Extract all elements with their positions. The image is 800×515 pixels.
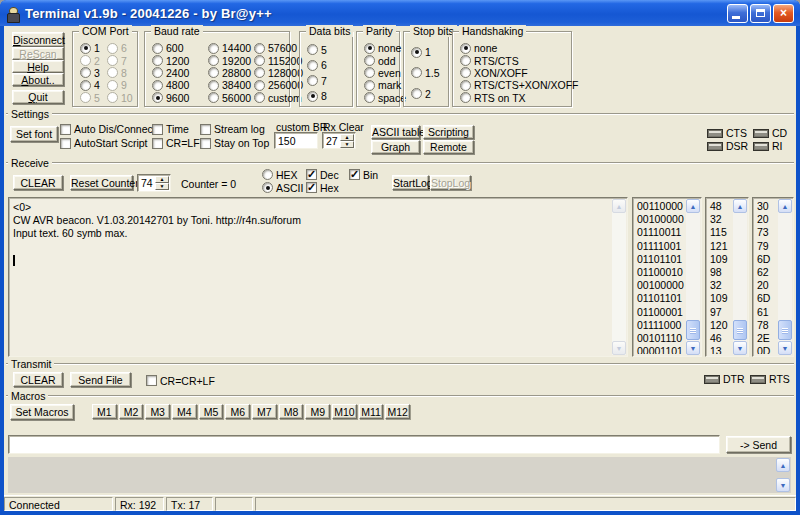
scroll-up-icon[interactable]: ▲ bbox=[778, 199, 792, 213]
parity-radio-none[interactable]: none bbox=[364, 42, 406, 54]
scroll-down-icon[interactable]: ▼ bbox=[686, 341, 700, 355]
send-button[interactable]: -> Send bbox=[726, 436, 791, 453]
hex-listbox[interactable]: 302073796D62206D61782E0D ▲ ▼ bbox=[752, 197, 794, 357]
parity-radio-mark[interactable]: mark bbox=[364, 79, 406, 91]
list-item[interactable]: 6D bbox=[754, 253, 777, 266]
list-item[interactable]: 01111001 bbox=[634, 240, 685, 253]
handshaking-radio-none[interactable]: none bbox=[460, 42, 579, 54]
macro-button-m3[interactable]: M3 bbox=[145, 404, 170, 419]
macro-button-m9[interactable]: M9 bbox=[305, 404, 330, 419]
baud-radio-14400[interactable]: 14400 bbox=[208, 42, 254, 54]
baud-radio-38400[interactable]: 38400 bbox=[208, 79, 254, 91]
macro-button-m12[interactable]: M12 bbox=[385, 404, 410, 419]
disconnect-button[interactable]: Disconnect bbox=[12, 32, 64, 47]
scroll-up-icon[interactable]: ▲ bbox=[612, 199, 626, 213]
settings-checkbox-stay-on-top[interactable]: Stay on Top bbox=[200, 136, 269, 150]
hex-scrollbar[interactable]: ▲ ▼ bbox=[778, 199, 792, 355]
handshaking-radio-rts-on-tx[interactable]: RTS on TX bbox=[460, 92, 579, 104]
list-item[interactable]: 00001101 bbox=[634, 345, 685, 354]
parity-radio-even[interactable]: even bbox=[364, 67, 406, 79]
macro-button-m1[interactable]: M1 bbox=[92, 404, 117, 419]
receive-checkbox-hex[interactable]: Hex bbox=[306, 181, 339, 194]
list-item[interactable]: 01110011 bbox=[634, 226, 685, 239]
settings-checkbox-autostart-script[interactable]: AutoStart Script bbox=[60, 136, 156, 150]
log-scrollbar[interactable]: ▲ ▼ bbox=[776, 458, 790, 492]
macro-button-m6[interactable]: M6 bbox=[225, 404, 250, 419]
list-item[interactable]: 0D bbox=[754, 345, 777, 354]
scroll-up-icon[interactable]: ▲ bbox=[733, 199, 747, 213]
baud-radio-1200[interactable]: 1200 bbox=[152, 54, 208, 66]
list-item[interactable]: 32 bbox=[707, 213, 732, 226]
custom-br-field[interactable]: 150 bbox=[274, 132, 318, 149]
list-item[interactable]: 01100001 bbox=[634, 306, 685, 319]
set-font-button[interactable]: Set font bbox=[10, 126, 58, 142]
scroll-down-icon[interactable]: ▼ bbox=[778, 341, 792, 355]
transmit-checkbox-cr-cr-lf[interactable]: CR=CR+LF bbox=[146, 374, 215, 387]
com-port-radio-3[interactable]: 3 bbox=[80, 67, 107, 79]
macro-button-m5[interactable]: M5 bbox=[199, 404, 224, 419]
receive-checkbox-dec[interactable]: Dec bbox=[306, 168, 339, 181]
help-button[interactable]: Help bbox=[12, 60, 64, 73]
minimize-button[interactable] bbox=[727, 4, 748, 23]
handshaking-radio-xon-xoff[interactable]: XON/XOFF bbox=[460, 67, 579, 79]
receive-terminal[interactable]: <0>CW AVR beacon. V1.03.20142701 by Toni… bbox=[8, 197, 628, 357]
com-port-radio-1[interactable]: 1 bbox=[80, 42, 107, 54]
send-file-button[interactable]: Send File bbox=[70, 372, 131, 387]
receive-mode-radio-hex[interactable]: HEX bbox=[262, 168, 303, 181]
list-item[interactable]: 01101101 bbox=[634, 253, 685, 266]
list-item[interactable]: 79 bbox=[754, 240, 777, 253]
data-bits-radio-8[interactable]: 8 bbox=[307, 89, 350, 105]
settings-checkbox-auto-dis-connect[interactable]: Auto Dis/Connect bbox=[60, 122, 156, 136]
close-button[interactable]: × bbox=[773, 4, 794, 23]
baud-radio-custom[interactable]: custom bbox=[254, 92, 303, 104]
macro-button-m10[interactable]: M10 bbox=[332, 404, 357, 419]
receive-count-spinner[interactable]: 74 ▲▼ bbox=[137, 174, 171, 192]
baud-radio-2400[interactable]: 2400 bbox=[152, 67, 208, 79]
macro-button-m7[interactable]: M7 bbox=[252, 404, 277, 419]
decimal-listbox[interactable]: 48321151211099832109971204613 ▲ ▼ bbox=[705, 197, 749, 357]
list-item[interactable]: 30 bbox=[754, 200, 777, 213]
list-item[interactable]: 115 bbox=[707, 226, 732, 239]
scroll-down-icon[interactable]: ▼ bbox=[612, 341, 626, 355]
quit-button[interactable]: Quit bbox=[12, 90, 64, 104]
list-item[interactable]: 78 bbox=[754, 319, 777, 332]
baud-radio-28800[interactable]: 28800 bbox=[208, 67, 254, 79]
set-macros-button[interactable]: Set Macros bbox=[10, 404, 74, 420]
receive-scrollbar[interactable]: ▲ ▼ bbox=[612, 199, 626, 355]
parity-radio-space[interactable]: space bbox=[364, 92, 406, 104]
settings-checkbox-time[interactable]: Time bbox=[152, 122, 200, 136]
stop-bits-radio-1[interactable]: 1 bbox=[411, 42, 446, 63]
settings-checkbox-cr-lf[interactable]: CR=LF bbox=[152, 136, 200, 150]
list-item[interactable]: 01100010 bbox=[634, 266, 685, 279]
receive-clear-button[interactable]: CLEAR bbox=[13, 175, 63, 190]
baud-radio-19200[interactable]: 19200 bbox=[208, 54, 254, 66]
macro-button-m8[interactable]: M8 bbox=[279, 404, 304, 419]
list-item[interactable]: 01111000 bbox=[634, 319, 685, 332]
transmit-log-pane[interactable]: ▲ ▼ bbox=[8, 457, 791, 493]
binary-listbox[interactable]: 0011000000100000011100110111100101101101… bbox=[632, 197, 702, 357]
binary-scrollbar[interactable]: ▲ ▼ bbox=[686, 199, 700, 355]
spin-down-icon[interactable]: ▼ bbox=[155, 183, 169, 190]
list-item[interactable]: 62 bbox=[754, 266, 777, 279]
rx-clear-spinner[interactable]: 27 ▲▼ bbox=[322, 132, 356, 149]
stop-bits-radio-1-5[interactable]: 1.5 bbox=[411, 63, 446, 84]
data-bits-radio-6[interactable]: 6 bbox=[307, 58, 350, 74]
scroll-down-icon[interactable]: ▼ bbox=[733, 341, 747, 355]
list-item[interactable]: 32 bbox=[707, 279, 732, 292]
receive-checkbox-bin[interactable]: Bin bbox=[349, 168, 378, 181]
macro-button-m2[interactable]: M2 bbox=[119, 404, 144, 419]
baud-radio-115200[interactable]: 115200 bbox=[254, 54, 303, 66]
ascii-table-button[interactable]: ASCII table bbox=[371, 125, 420, 139]
list-item[interactable]: 109 bbox=[707, 292, 732, 305]
list-item[interactable]: 121 bbox=[707, 240, 732, 253]
stop-bits-radio-2[interactable]: 2 bbox=[411, 83, 446, 104]
parity-radio-odd[interactable]: odd bbox=[364, 54, 406, 66]
list-item[interactable]: 109 bbox=[707, 253, 732, 266]
list-item[interactable]: 00100000 bbox=[634, 279, 685, 292]
graph-button[interactable]: Graph bbox=[371, 140, 420, 154]
settings-checkbox-stream-log[interactable]: Stream log bbox=[200, 122, 269, 136]
spin-up-icon[interactable]: ▲ bbox=[340, 134, 354, 141]
scroll-thumb[interactable] bbox=[778, 320, 792, 340]
scroll-thumb[interactable] bbox=[733, 320, 747, 340]
list-item[interactable]: 73 bbox=[754, 226, 777, 239]
